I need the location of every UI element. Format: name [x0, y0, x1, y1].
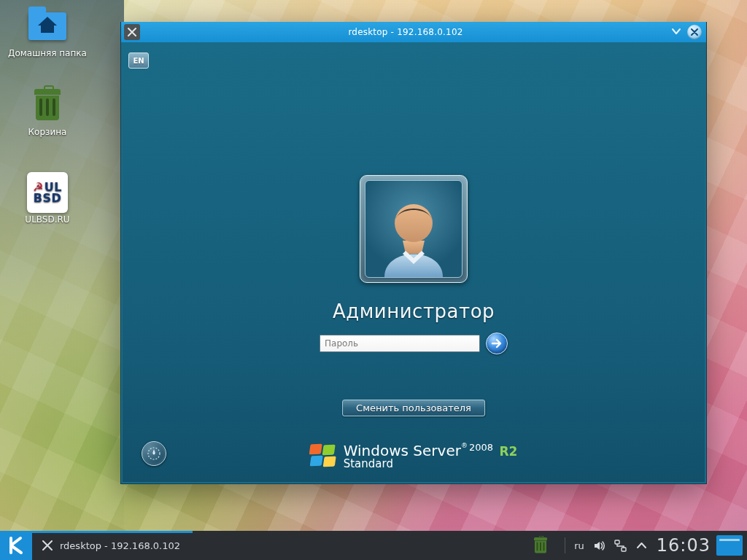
show-desktop-button[interactable]	[716, 535, 743, 556]
accessibility-icon	[147, 446, 161, 461]
titlebar-close-left-button[interactable]	[124, 24, 140, 40]
window-title: rdesktop - 192.168.0.102	[140, 27, 671, 37]
desktop-icon-label: Домашняя папка	[7, 48, 88, 58]
user-avatar-icon	[374, 190, 454, 277]
desktop-icon-home[interactable]: Домашняя папка	[7, 9, 88, 58]
titlebar-minimize-button[interactable]	[671, 26, 681, 39]
taskbar-entry-rdesktop[interactable]: rdesktop - 192.168.0.102	[32, 531, 190, 560]
desktop-icon-label: ULBSD.RU	[7, 214, 88, 225]
arrow-right-icon	[491, 338, 503, 349]
titlebar-close-right-button[interactable]	[687, 25, 702, 39]
taskbar-entry-title: rdesktop - 192.168.0.102	[60, 540, 180, 551]
chevron-up-icon	[635, 540, 648, 552]
username-label: Администратор	[123, 300, 705, 322]
password-input[interactable]	[320, 335, 480, 352]
desktop-icon-ulbsd[interactable]: ☭UL BSD ULBSD.RU	[7, 175, 88, 225]
submit-login-button[interactable]	[486, 332, 508, 354]
tray-divider	[565, 537, 565, 553]
wallpaper-shade	[0, 0, 124, 560]
home-folder-icon	[27, 9, 68, 44]
ulbsd-logo-icon: ☭UL BSD	[27, 175, 68, 210]
desktop-icon-label: Корзина	[7, 127, 88, 137]
language-indicator[interactable]: EN	[128, 52, 149, 69]
system-tray: ru	[521, 529, 652, 560]
close-icon	[128, 28, 136, 36]
active-task-indicator	[32, 531, 193, 533]
volume-button[interactable]	[593, 540, 605, 552]
clock[interactable]: 16:03	[652, 535, 713, 556]
chevron-down-icon	[671, 26, 681, 36]
user-avatar	[360, 175, 468, 283]
switch-user-button[interactable]: Сменить пользователя	[342, 400, 485, 416]
brand-year: 2008	[469, 442, 493, 453]
volume-icon	[593, 540, 605, 552]
keyboard-layout-indicator[interactable]: ru	[574, 540, 584, 551]
desktop-icon-trash[interactable]: Корзина	[7, 88, 88, 137]
tray-trash-button[interactable]	[533, 537, 549, 553]
windows-flag-icon	[310, 444, 336, 469]
kde-logo-icon	[7, 536, 26, 555]
brand-server: Server	[413, 442, 461, 459]
remote-session-logon-screen: EN Администратор	[123, 42, 705, 482]
svg-rect-6	[622, 548, 626, 551]
close-icon	[691, 28, 698, 36]
rdesktop-window: rdesktop - 192.168.0.102 EN	[120, 22, 707, 484]
network-button[interactable]	[614, 540, 627, 552]
taskbar: rdesktop - 192.168.0.102 ru 16:	[0, 531, 747, 560]
brand-variant: R2	[499, 444, 517, 459]
window-titlebar[interactable]: rdesktop - 192.168.0.102	[121, 22, 706, 42]
svg-point-3	[153, 453, 155, 455]
application-launcher-button[interactable]	[0, 531, 32, 560]
network-icon	[614, 540, 627, 552]
tray-expand-button[interactable]	[635, 540, 648, 552]
svg-rect-5	[615, 540, 619, 544]
ease-of-access-button[interactable]	[142, 441, 166, 466]
x11-app-icon	[42, 540, 53, 551]
os-branding: Windows Server®2008 R2 Standard	[310, 442, 518, 470]
trash-icon	[27, 88, 68, 122]
